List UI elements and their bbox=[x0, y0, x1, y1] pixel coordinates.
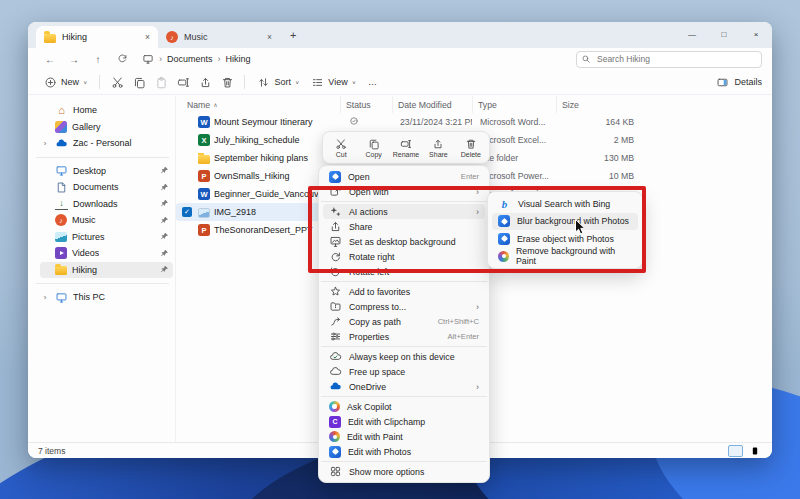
toolbar-edit-button[interactable] bbox=[172, 76, 194, 89]
ai-submenu-item-label: Remove background with Paint bbox=[516, 246, 632, 266]
more-options-button[interactable]: … bbox=[362, 77, 383, 87]
close-button[interactable]: × bbox=[740, 22, 772, 46]
toolbar-edit-button[interactable] bbox=[106, 76, 128, 89]
toolbar-edit-button[interactable] bbox=[216, 76, 238, 89]
menu-item-icon bbox=[329, 185, 342, 198]
sidebar-item-label: Documents bbox=[73, 182, 119, 192]
toolbar-edit-button[interactable] bbox=[150, 76, 172, 89]
tab-icon bbox=[166, 31, 178, 43]
context-menu-item[interactable]: Edit with Photos bbox=[323, 444, 485, 459]
sidebar-item-icon bbox=[55, 181, 68, 194]
menu-item-label: Properties bbox=[349, 332, 389, 342]
sidebar-item[interactable]: › Home bbox=[40, 102, 173, 119]
explorer-tab[interactable]: Hiking × bbox=[36, 26, 158, 48]
column-header[interactable]: Name ∧ bbox=[182, 96, 340, 113]
context-menu-item[interactable]: OneDrive bbox=[323, 379, 485, 394]
sidebar-item[interactable]: › Videos bbox=[40, 245, 173, 262]
quick-action-icon bbox=[335, 138, 347, 150]
context-menu-item[interactable]: Open with bbox=[323, 184, 485, 199]
column-header[interactable]: Status ∧ bbox=[340, 96, 392, 113]
menu-item-label: Edit with Paint bbox=[347, 432, 403, 442]
file-row[interactable]: Mount Seymour Itinerary 23/11/2024 3:21 … bbox=[176, 113, 642, 131]
context-menu-item[interactable]: Add to favorites bbox=[323, 284, 485, 299]
context-menu-item[interactable]: Edit with Clipchamp bbox=[323, 414, 485, 429]
context-menu-item[interactable]: Ask Copilot bbox=[323, 399, 485, 414]
context-menu-item[interactable]: Set as desktop background bbox=[323, 234, 485, 249]
sidebar-item[interactable]: › Downloads bbox=[40, 196, 173, 213]
breadcrumb: › Documents › Hiking bbox=[142, 53, 251, 65]
toolbar-edit-button[interactable] bbox=[128, 76, 150, 89]
quick-action-button[interactable]: Cut bbox=[325, 135, 357, 160]
sidebar-item[interactable]: › Desktop bbox=[40, 163, 173, 180]
context-menu-item[interactable]: Free up space bbox=[323, 364, 485, 379]
sort-button[interactable]: Sort ∨ bbox=[251, 76, 305, 89]
sidebar-item[interactable]: › Documents bbox=[40, 179, 173, 196]
sidebar-item[interactable]: › Zac - Personal bbox=[40, 135, 173, 152]
context-menu-item[interactable]: Compress to... bbox=[323, 299, 485, 314]
search-icon bbox=[581, 54, 591, 64]
explorer-tab[interactable]: Music × bbox=[158, 26, 280, 48]
context-menu-item[interactable]: Open Enter bbox=[323, 169, 485, 184]
forward-button[interactable]: → bbox=[62, 54, 86, 65]
menu-item-icon bbox=[329, 205, 342, 218]
quick-action-icon bbox=[400, 138, 412, 150]
expand-chevron-icon[interactable]: › bbox=[44, 293, 47, 302]
context-menu-item[interactable]: Rotate right bbox=[323, 249, 485, 264]
maximize-button[interactable]: □ bbox=[708, 22, 740, 46]
quick-action-button[interactable]: Rename bbox=[390, 135, 422, 160]
chevron-down-icon: ∨ bbox=[352, 79, 356, 85]
context-menu-item[interactable]: Copy as path Ctrl+Shift+C bbox=[323, 314, 485, 329]
menu-item-label: Open with bbox=[349, 187, 389, 197]
new-button[interactable]: New ∨ bbox=[38, 76, 93, 89]
context-menu-item[interactable]: Show more options bbox=[323, 464, 485, 479]
sidebar-item[interactable]: › Hiking bbox=[40, 262, 173, 279]
row-checkbox[interactable] bbox=[182, 207, 192, 217]
up-button[interactable]: ↑ bbox=[86, 54, 110, 65]
context-menu-item[interactable]: Properties Alt+Enter bbox=[323, 329, 485, 344]
large-thumbnails-toggle[interactable] bbox=[747, 445, 762, 457]
context-menu: Open Enter Open with AI actions bbox=[318, 165, 490, 483]
ai-submenu-item[interactable]: Visual Search with Bing bbox=[492, 195, 638, 213]
tab-close-icon[interactable]: × bbox=[267, 32, 272, 42]
details-pane-button[interactable]: Details bbox=[716, 76, 762, 89]
context-menu-item[interactable]: Share bbox=[323, 219, 485, 234]
quick-action-button[interactable]: Delete bbox=[455, 135, 487, 160]
search-input[interactable] bbox=[576, 51, 762, 68]
expand-chevron-icon[interactable]: › bbox=[44, 139, 47, 148]
ai-submenu-item[interactable]: Remove background with Paint bbox=[492, 248, 638, 266]
breadcrumb-item[interactable]: Hiking bbox=[226, 54, 251, 64]
ai-submenu-item[interactable]: Blur background with Photos bbox=[492, 213, 638, 231]
sidebar-item-icon bbox=[55, 104, 68, 117]
sync-status-icon bbox=[349, 116, 359, 126]
minimize-button[interactable]: — bbox=[676, 22, 708, 46]
back-button[interactable]: ← bbox=[38, 54, 62, 65]
details-view-toggle[interactable] bbox=[728, 445, 743, 457]
sidebar-item[interactable]: › Music bbox=[40, 212, 173, 229]
file-type-icon bbox=[198, 116, 210, 128]
context-menu-item[interactable]: Always keep on this device bbox=[323, 349, 485, 364]
column-header[interactable]: Type ∧ bbox=[472, 96, 556, 113]
toolbar-edit-button[interactable] bbox=[194, 76, 216, 89]
sidebar-item[interactable]: › Pictures bbox=[40, 229, 173, 246]
new-tab-button[interactable]: + bbox=[290, 29, 296, 41]
quick-action-button[interactable]: Copy bbox=[357, 135, 389, 160]
column-header-label: Type bbox=[478, 100, 497, 110]
quick-action-button[interactable]: Share bbox=[422, 135, 454, 160]
view-button[interactable]: View ∨ bbox=[305, 76, 362, 89]
context-menu-item[interactable]: Rotate left bbox=[323, 264, 485, 279]
ai-submenu-item[interactable]: Erase object with Photos bbox=[492, 230, 638, 248]
quick-action-label: Cut bbox=[336, 151, 347, 158]
tab-close-icon[interactable]: × bbox=[145, 32, 150, 42]
quick-action-label: Copy bbox=[365, 151, 381, 158]
refresh-button[interactable] bbox=[110, 53, 134, 66]
breadcrumb-item[interactable]: Documents bbox=[167, 54, 213, 64]
sidebar-item[interactable]: › Gallery bbox=[40, 119, 173, 136]
context-menu-item[interactable]: Edit with Paint bbox=[323, 429, 485, 444]
context-menu-item[interactable]: AI actions bbox=[323, 204, 485, 219]
column-header[interactable]: Size ∧ bbox=[556, 96, 642, 113]
column-header[interactable]: Date Modified ∧ bbox=[392, 96, 472, 113]
sidebar-item-icon bbox=[55, 198, 68, 210]
sidebar-item-label: Downloads bbox=[73, 199, 118, 209]
menu-item-icon bbox=[329, 220, 342, 233]
sidebar-item[interactable]: › This PC bbox=[40, 289, 173, 306]
